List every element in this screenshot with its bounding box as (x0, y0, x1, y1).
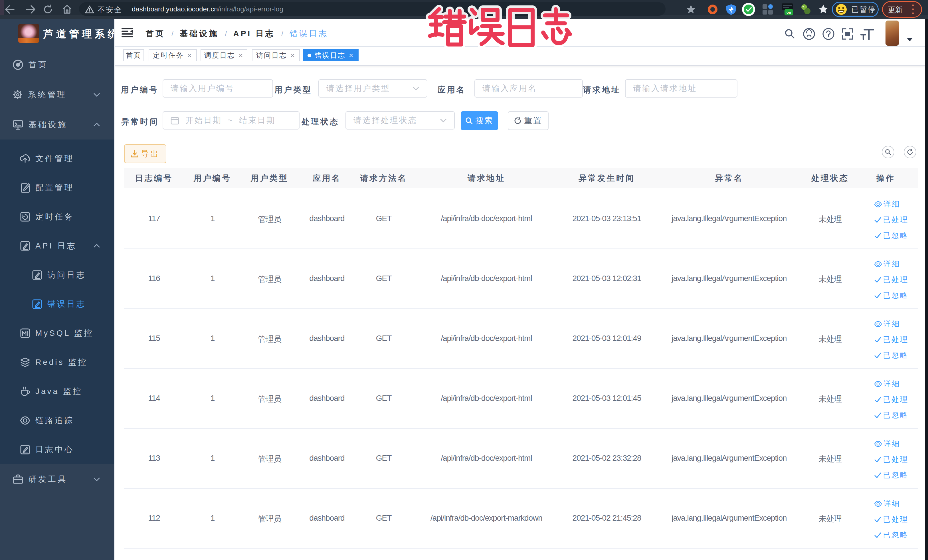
svg-text:on: on (786, 10, 791, 15)
